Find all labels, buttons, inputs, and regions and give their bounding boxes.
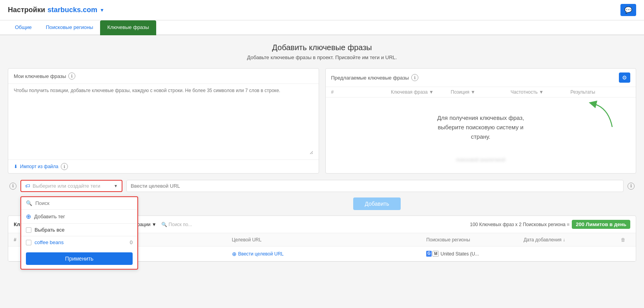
col-frequency: Частотность ▼ <box>511 89 571 95</box>
dropdown-item-coffee-beans[interactable]: coffee beans 0 <box>21 236 137 248</box>
page-subtitle: Добавьте ключевые фразы в проект. Присво… <box>8 54 636 60</box>
add-keywords-button[interactable]: Добавить <box>353 197 401 210</box>
chat-button[interactable]: 💬 <box>620 4 636 16</box>
my-keywords-panel: Мои ключевые фразы ℹ ⬇ Импорт из файла ℹ <box>8 68 319 174</box>
mobile-flag: M <box>432 251 439 257</box>
top-header: Настройки starbucks.com ▼ 💬 <box>0 0 644 20</box>
add-url-plus-icon: ⊕ <box>232 251 237 257</box>
add-url-link[interactable]: ⊕ Ввести целевой URL <box>232 251 427 257</box>
google-flag: G <box>426 251 432 257</box>
tags-dropdown-container: 🏷 Выберите или создайте теги ▼ 🔍 ⊕ Добав… <box>20 180 122 192</box>
curved-arrow-icon <box>585 100 616 131</box>
suggested-header: Предлагаемые ключевые фразы ℹ ⚙ <box>326 69 636 87</box>
select-all-label: Выбрать все <box>35 227 64 233</box>
apply-button[interactable]: Применить <box>26 252 133 265</box>
tag-icon: 🏷 <box>25 183 30 189</box>
search-keywords-area: 🔍 Поиск по... <box>161 222 192 227</box>
th-date[interactable]: Дата добавления ↓ <box>524 237 621 243</box>
search-kw-icon: 🔍 <box>161 222 167 227</box>
delete-all-icon[interactable]: 🗑 <box>621 237 626 243</box>
suggested-table-header: # Ключевая фраза ▼ Позиция ▼ Частотность… <box>326 87 636 98</box>
gear-button[interactable]: ⚙ <box>619 72 630 83</box>
item-label: coffee beans <box>35 239 64 245</box>
tags-dropdown-menu: 🔍 ⊕ Добавить тег Выбрать все coffee bean… <box>20 196 138 270</box>
my-keywords-header: Мои ключевые фразы ℹ <box>8 69 319 84</box>
main-content: Добавить ключевые фразы Добавьте ключевы… <box>0 35 644 308</box>
item-checkbox[interactable] <box>26 240 31 245</box>
region-cell: G M United States (U... <box>426 251 524 257</box>
col-phrase: Ключевая фраза ▼ <box>391 89 451 95</box>
suggested-title: Предлагаемые ключевые фразы <box>331 75 409 81</box>
url-info-icon[interactable]: ℹ <box>628 183 635 190</box>
my-keywords-title: Мои ключевые фразы <box>14 73 66 79</box>
tags-dropdown[interactable]: 🏷 Выберите или создайте теги ▼ <box>20 180 122 192</box>
tags-placeholder: Выберите или создайте теги <box>33 183 111 189</box>
tab-keywords[interactable]: Ключевые фразы <box>100 20 156 35</box>
header-left: Настройки starbucks.com ▼ <box>8 6 104 14</box>
add-tag-label: Добавить тег <box>34 214 65 219</box>
col-position: Позиция ▼ <box>451 89 511 95</box>
blurred-analytics-text: поисковой аналитикой <box>326 157 636 167</box>
my-keywords-info-icon[interactable]: ℹ <box>68 72 75 80</box>
th-delete: 🗑 <box>621 237 630 243</box>
item-count: 0 <box>130 239 133 245</box>
import-info-icon[interactable]: ℹ <box>61 163 68 170</box>
suggested-keywords-panel: Предлагаемые ключевые фразы ℹ ⚙ # Ключев… <box>325 68 637 174</box>
import-footer[interactable]: ⬇ Импорт из файла ℹ <box>8 159 319 173</box>
dropdown-add-tag-row[interactable]: ⊕ Добавить тег <box>21 210 137 224</box>
suggested-info-icon[interactable]: ℹ <box>411 74 418 81</box>
tab-search-regions[interactable]: Поисковые регионы <box>39 20 100 35</box>
domain-dropdown-arrow[interactable]: ▼ <box>100 7 104 13</box>
limits-value: 200 Лимитов в день <box>572 220 630 229</box>
import-label: Импорт из файла <box>20 164 58 169</box>
row-regions: G M United States (U... <box>426 251 524 257</box>
search-kw-label: Поиск по... <box>169 222 192 227</box>
url-input[interactable] <box>126 180 624 192</box>
add-url-label: Ввести целевой URL <box>238 251 284 257</box>
domain-link[interactable]: starbucks.com <box>47 6 97 14</box>
page-title: Добавить ключевые фразы <box>8 43 636 52</box>
suggested-empty-container: Для получения ключевых фраз,выберите пои… <box>326 98 636 167</box>
panels-row: Мои ключевые фразы ℹ ⬇ Импорт из файла ℹ… <box>8 68 636 174</box>
add-tag-plus-icon: ⊕ <box>26 213 31 220</box>
col-results: Результаты <box>571 89 631 95</box>
select-all-checkbox[interactable] <box>26 227 31 233</box>
controls-row: ℹ 🏷 Выберите или создайте теги ▼ 🔍 ⊕ Доб… <box>8 180 636 192</box>
dropdown-search-row: 🔍 <box>21 197 137 210</box>
region-flags: G M <box>426 251 439 257</box>
limits-text: 100 Ключевых фраз x 2 Поисковых региона … <box>470 222 570 227</box>
region-name: United States (U... <box>440 251 479 257</box>
dropdown-search-input[interactable] <box>35 200 133 206</box>
suggested-header-left: Предлагаемые ключевые фразы ℹ <box>331 74 418 81</box>
keywords-textarea[interactable] <box>14 88 313 154</box>
limits-badge: 100 Ключевых фраз x 2 Поисковых региона … <box>470 220 630 229</box>
col-num: # <box>331 89 391 95</box>
row-url: ⊕ Ввести целевой URL <box>232 251 427 257</box>
tags-dropdown-arrow-icon: ▼ <box>114 184 118 188</box>
tab-general[interactable]: Общие <box>8 20 39 35</box>
th-regions: Поисковые регионы <box>426 237 524 243</box>
controls-info-icon[interactable]: ℹ <box>9 183 16 190</box>
my-keywords-body <box>8 84 319 159</box>
import-icon: ⬇ <box>14 164 18 169</box>
th-url: Целевой URL <box>232 237 427 243</box>
search-icon: 🔍 <box>26 200 32 206</box>
nav-tabs: Общие Поисковые регионы Ключевые фразы <box>0 20 644 35</box>
settings-label: Настройки <box>8 6 45 14</box>
dropdown-select-all-row[interactable]: Выбрать все <box>21 224 137 236</box>
